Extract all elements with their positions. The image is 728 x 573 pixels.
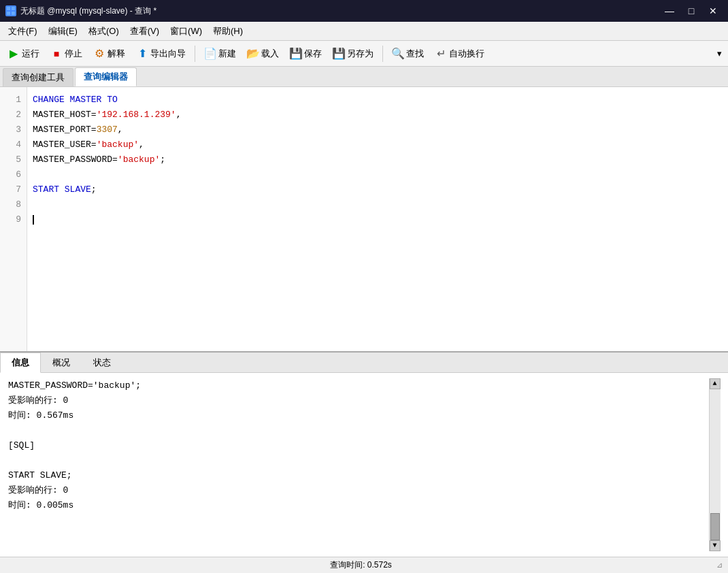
statusbar-resize-icon: ⊿ bbox=[716, 561, 723, 570]
bottom-tab-status[interactable]: 状态 bbox=[82, 353, 122, 373]
find-button[interactable]: 🔍 查找 bbox=[387, 45, 429, 63]
plain-master-host: MASTER_HOST= bbox=[33, 108, 97, 122]
plain-master-port: MASTER_PORT= bbox=[33, 122, 97, 137]
close-button[interactable]: ✕ bbox=[704, 4, 723, 18]
explain-icon: ⚙ bbox=[93, 48, 105, 60]
tab-query-editor[interactable]: 查询编辑器 bbox=[75, 67, 137, 86]
line-num-8: 8 bbox=[0, 197, 27, 212]
line-num-1: 1 bbox=[0, 93, 27, 108]
line-numbers: 1 2 3 4 5 6 7 8 9 bbox=[0, 87, 27, 351]
result-line-1: MASTER_PASSWORD='backup'; bbox=[8, 378, 709, 393]
code-line-7: START SLAVE; bbox=[33, 182, 723, 197]
autowrap-label: 自动换行 bbox=[449, 48, 484, 60]
menu-format[interactable]: 格式(O) bbox=[83, 24, 125, 39]
menu-window[interactable]: 窗口(W) bbox=[165, 24, 208, 39]
statusbar: 查询时间: 0.572s ⊿ bbox=[0, 557, 728, 573]
code-line-5: MASTER_PASSWORD='backup'; bbox=[33, 152, 723, 167]
code-textarea[interactable]: CHANGE MASTER TO MASTER_HOST='192.168.1.… bbox=[27, 87, 728, 351]
save-button[interactable]: 💾 保存 bbox=[285, 45, 327, 63]
editor-tabs-bar: 查询创建工具 查询编辑器 bbox=[0, 67, 728, 87]
str-host: '192.168.1.239' bbox=[97, 108, 176, 122]
bottom-tabs-bar: 信息 概况 状态 bbox=[0, 353, 728, 373]
code-line-8 bbox=[33, 197, 723, 212]
toolbar-more-button[interactable]: ▾ bbox=[714, 46, 725, 61]
plain-master-password: MASTER_PASSWORD= bbox=[33, 152, 118, 167]
keyword-change: CHANGE MASTER TO bbox=[33, 93, 118, 108]
toolbar: ▶ 运行 ■ 停止 ⚙ 解释 ⬆ 导出向导 📄 新建 📂 载入 💾 保存 💾 另… bbox=[0, 41, 728, 67]
bottom-scrollbar[interactable]: ▲ ▼ bbox=[709, 378, 720, 551]
maximize-button[interactable]: □ bbox=[682, 4, 701, 18]
code-line-4: MASTER_USER='backup', bbox=[33, 137, 723, 152]
bottom-content-area: MASTER_PASSWORD='backup'; 受影响的行: 0 时间: 0… bbox=[0, 373, 728, 557]
result-line-9: 时间: 0.005ms bbox=[8, 498, 709, 513]
plain-semi-7: ; bbox=[91, 182, 97, 197]
stop-button[interactable]: ■ 停止 bbox=[46, 45, 87, 63]
scrollbar-up-button[interactable]: ▲ bbox=[710, 378, 721, 389]
saveas-button[interactable]: 💾 另存为 bbox=[328, 45, 378, 63]
svg-rect-3 bbox=[12, 12, 15, 15]
titlebar: 无标题 @mysql (mysql-slave) - 查询 * — □ ✕ bbox=[0, 0, 728, 22]
statusbar-query-time: 查询时间: 0.572s bbox=[5, 559, 716, 571]
find-icon: 🔍 bbox=[392, 48, 404, 60]
run-label: 运行 bbox=[22, 48, 39, 60]
export-button[interactable]: ⬆ 导出向导 bbox=[131, 45, 191, 63]
saveas-icon: 💾 bbox=[333, 48, 345, 60]
plain-master-user: MASTER_USER= bbox=[33, 137, 97, 152]
scrollbar-track[interactable] bbox=[710, 389, 721, 540]
menu-edit[interactable]: 编辑(E) bbox=[43, 24, 83, 39]
code-line-9 bbox=[33, 212, 723, 227]
num-port: 3307 bbox=[97, 122, 118, 137]
line-num-4: 4 bbox=[0, 137, 27, 152]
bottom-tab-overview[interactable]: 概况 bbox=[41, 353, 82, 373]
plain-comma-4: , bbox=[139, 137, 144, 152]
explain-label: 解释 bbox=[107, 48, 125, 60]
save-icon: 💾 bbox=[290, 48, 302, 60]
save-label: 保存 bbox=[304, 48, 322, 60]
result-line-5: [SQL] bbox=[8, 438, 709, 453]
load-label: 载入 bbox=[261, 48, 279, 60]
new-button[interactable]: 📄 新建 bbox=[199, 45, 241, 63]
load-button[interactable]: 📂 载入 bbox=[242, 45, 284, 63]
svg-rect-0 bbox=[7, 7, 10, 10]
stop-label: 停止 bbox=[65, 48, 82, 60]
line-num-3: 3 bbox=[0, 122, 27, 137]
svg-rect-2 bbox=[7, 12, 10, 15]
scrollbar-down-button[interactable]: ▼ bbox=[710, 540, 721, 551]
str-password: 'backup' bbox=[118, 152, 160, 167]
menu-file[interactable]: 文件(F) bbox=[3, 24, 43, 39]
tab-query-builder[interactable]: 查询创建工具 bbox=[3, 68, 73, 86]
result-line-4 bbox=[8, 423, 709, 438]
line-num-9: 9 bbox=[0, 212, 27, 227]
titlebar-left: 无标题 @mysql (mysql-slave) - 查询 * bbox=[5, 5, 156, 17]
code-line-3: MASTER_PORT=3307, bbox=[33, 122, 723, 137]
plain-comma-2: , bbox=[176, 108, 182, 122]
code-line-6 bbox=[33, 167, 723, 182]
new-icon: 📄 bbox=[204, 48, 216, 60]
menu-help[interactable]: 帮助(H) bbox=[208, 24, 248, 39]
scrollbar-thumb[interactable] bbox=[710, 513, 720, 540]
export-label: 导出向导 bbox=[150, 48, 186, 60]
result-line-6 bbox=[8, 453, 709, 468]
line-num-2: 2 bbox=[0, 108, 27, 122]
bottom-tab-info[interactable]: 信息 bbox=[0, 353, 41, 373]
str-user: 'backup' bbox=[97, 137, 139, 152]
keyword-start-slave: START SLAVE bbox=[33, 182, 91, 197]
load-icon: 📂 bbox=[247, 48, 259, 60]
saveas-label: 另存为 bbox=[347, 48, 374, 60]
explain-button[interactable]: ⚙ 解释 bbox=[88, 45, 130, 63]
result-line-3: 时间: 0.567ms bbox=[8, 408, 709, 423]
minimize-button[interactable]: — bbox=[660, 4, 679, 18]
separator-1 bbox=[195, 46, 195, 62]
run-icon: ▶ bbox=[7, 48, 20, 60]
separator-2 bbox=[382, 46, 383, 62]
code-line-1: CHANGE MASTER TO bbox=[33, 93, 723, 108]
menu-view[interactable]: 查看(V) bbox=[125, 24, 165, 39]
run-button[interactable]: ▶ 运行 bbox=[3, 45, 44, 63]
code-editor[interactable]: 1 2 3 4 5 6 7 8 9 CHANGE MASTER TO MASTE… bbox=[0, 87, 728, 353]
titlebar-controls: — □ ✕ bbox=[660, 4, 723, 18]
window-title: 无标题 @mysql (mysql-slave) - 查询 * bbox=[20, 5, 156, 17]
main-content: 1 2 3 4 5 6 7 8 9 CHANGE MASTER TO MASTE… bbox=[0, 87, 728, 557]
app-icon bbox=[5, 5, 16, 16]
find-label: 查找 bbox=[406, 48, 424, 60]
autowrap-button[interactable]: ↵ 自动换行 bbox=[430, 45, 489, 63]
